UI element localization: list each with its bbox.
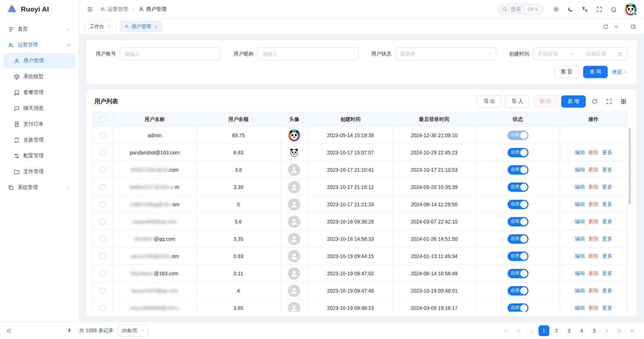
sidebar-item-file-management[interactable]: 文件管理 <box>4 164 75 179</box>
language-button[interactable] <box>579 4 591 15</box>
prev-page-button[interactable] <box>526 325 537 336</box>
row-action-more[interactable]: 更多 <box>602 201 612 207</box>
export-button[interactable]: 导 出 <box>477 95 501 108</box>
row-action-more[interactable]: 更多 <box>602 149 612 155</box>
row-checkbox[interactable] <box>100 132 105 138</box>
page-button-1[interactable]: 1 <box>539 325 549 336</box>
select-all-checkbox[interactable] <box>100 117 105 122</box>
collapse-sidebar-button[interactable] <box>4 325 14 336</box>
row-action-edit[interactable]: 编辑 <box>575 149 585 155</box>
row-action-more[interactable]: 更多 <box>602 253 612 259</box>
sidebar-item-system-model[interactable]: 系统模型 <box>4 69 75 84</box>
row-action-more[interactable]: 更多 <box>602 236 612 241</box>
table-fullscreen-button[interactable] <box>604 96 614 107</box>
row-checkbox[interactable] <box>100 253 105 259</box>
sidebar-item-operations[interactable]: 运营管理 <box>4 37 75 53</box>
breadcrumb-item-user-management[interactable]: 用户管理 <box>139 6 166 13</box>
row-action-delete[interactable]: 删除 <box>589 253 599 259</box>
status-toggle[interactable]: 启用 <box>508 252 528 261</box>
row-action-delete[interactable]: 删除 <box>589 236 599 241</box>
page-button-4[interactable]: 4 <box>576 325 587 336</box>
status-toggle[interactable]: 启用 <box>508 182 528 192</box>
jump-forward-button[interactable] <box>614 325 625 336</box>
sidebar-item-home[interactable]: 首页 <box>4 22 75 37</box>
account-input[interactable] <box>120 48 221 60</box>
tab-user-management[interactable]: 用户管理 <box>120 21 163 32</box>
row-action-delete[interactable]: 删除 <box>589 305 599 311</box>
first-page-button[interactable] <box>501 325 512 336</box>
row-action-edit[interactable]: 编辑 <box>575 218 585 224</box>
jump-back-button[interactable] <box>513 325 524 336</box>
delete-button[interactable]: 删 除 <box>533 95 558 108</box>
row-action-edit[interactable]: 编辑 <box>575 270 585 276</box>
sidebar-item-chat-message[interactable]: 聊天消息 <box>4 101 75 116</box>
tab-options-button[interactable] <box>611 22 621 32</box>
pin-button[interactable] <box>64 325 75 336</box>
collapse-filter-link[interactable]: 收起 <box>612 69 627 75</box>
status-toggle[interactable]: 启用 <box>508 200 528 209</box>
row-action-more[interactable]: 更多 <box>602 305 612 311</box>
row-action-delete[interactable]: 删除 <box>589 288 599 293</box>
page-button-3[interactable]: 3 <box>564 325 575 336</box>
sidebar-item-config-management[interactable]: 配置管理 <box>4 148 75 163</box>
close-icon[interactable] <box>107 24 111 28</box>
row-checkbox[interactable] <box>100 236 105 242</box>
notifications-button[interactable] <box>608 4 620 15</box>
row-action-delete[interactable]: 删除 <box>589 218 599 224</box>
row-checkbox[interactable] <box>100 305 105 311</box>
close-icon[interactable] <box>154 24 158 28</box>
date-range-picker[interactable]: 开始日期 结束日期 <box>533 48 627 60</box>
row-action-more[interactable]: 更多 <box>602 288 612 293</box>
last-page-button[interactable] <box>627 325 638 336</box>
row-action-edit[interactable]: 编辑 <box>575 288 585 293</box>
status-toggle[interactable]: 启用 <box>508 165 528 175</box>
row-action-delete[interactable]: 删除 <box>589 270 599 276</box>
status-toggle[interactable]: 启用 <box>508 148 528 157</box>
status-toggle[interactable]: 启用 <box>508 269 528 278</box>
reset-button[interactable]: 重 置 <box>554 66 579 78</box>
row-action-delete[interactable]: 删除 <box>589 184 599 190</box>
page-button-5[interactable]: 5 <box>589 325 600 336</box>
refresh-tab-button[interactable] <box>600 22 611 32</box>
page-size-select[interactable]: 20条/页 <box>118 325 148 336</box>
dark-mode-button[interactable] <box>565 4 576 15</box>
layout-button[interactable] <box>628 22 638 32</box>
row-action-delete[interactable]: 删除 <box>589 201 599 207</box>
sidebar-item-package-management[interactable]: 套餐管理 <box>4 85 75 100</box>
nickname-input[interactable] <box>258 48 359 60</box>
row-action-more[interactable]: 更多 <box>602 167 612 172</box>
row-action-more[interactable]: 更多 <box>602 184 612 190</box>
status-select[interactable]: 请选择 <box>395 48 496 60</box>
page-button-2[interactable]: 2 <box>551 325 562 336</box>
scrollbar-thumb[interactable] <box>629 128 631 204</box>
row-action-edit[interactable]: 编辑 <box>575 253 585 259</box>
row-checkbox[interactable] <box>100 167 105 173</box>
column-settings-button[interactable] <box>618 96 629 107</box>
breadcrumb-item-operations[interactable]: 运营管理 <box>100 6 128 13</box>
tab-workbench[interactable]: 工作台 <box>85 21 116 32</box>
row-checkbox[interactable] <box>100 150 105 155</box>
sidebar-item-payment-order[interactable]: 支付订单 <box>4 117 75 132</box>
import-button[interactable]: 导 入 <box>505 95 530 108</box>
add-button[interactable]: 新 增 <box>561 95 586 108</box>
row-action-edit[interactable]: 编辑 <box>575 167 585 172</box>
sidebar-toggle-button[interactable] <box>84 4 96 15</box>
fullscreen-button[interactable] <box>594 4 605 15</box>
row-action-delete[interactable]: 删除 <box>589 149 599 155</box>
next-page-button[interactable] <box>602 325 612 336</box>
status-toggle[interactable]: 启用 <box>508 217 528 226</box>
row-action-edit[interactable]: 编辑 <box>575 236 585 241</box>
row-action-edit[interactable]: 编辑 <box>575 184 585 190</box>
row-checkbox[interactable] <box>100 219 105 225</box>
row-action-edit[interactable]: 编辑 <box>575 201 585 207</box>
row-checkbox[interactable] <box>100 271 105 276</box>
status-toggle[interactable]: 启用 <box>508 286 528 295</box>
refresh-table-button[interactable] <box>589 96 600 107</box>
sidebar-item-system[interactable]: 系统管理 <box>4 180 75 195</box>
status-toggle[interactable]: 启用 <box>508 131 528 140</box>
row-action-more[interactable]: 更多 <box>602 218 612 224</box>
status-toggle[interactable]: 启用 <box>508 234 528 244</box>
search-button[interactable]: 查 询 <box>583 66 608 78</box>
row-checkbox[interactable] <box>100 202 105 207</box>
sidebar-item-user-management[interactable]: 用户管理 <box>4 53 75 68</box>
